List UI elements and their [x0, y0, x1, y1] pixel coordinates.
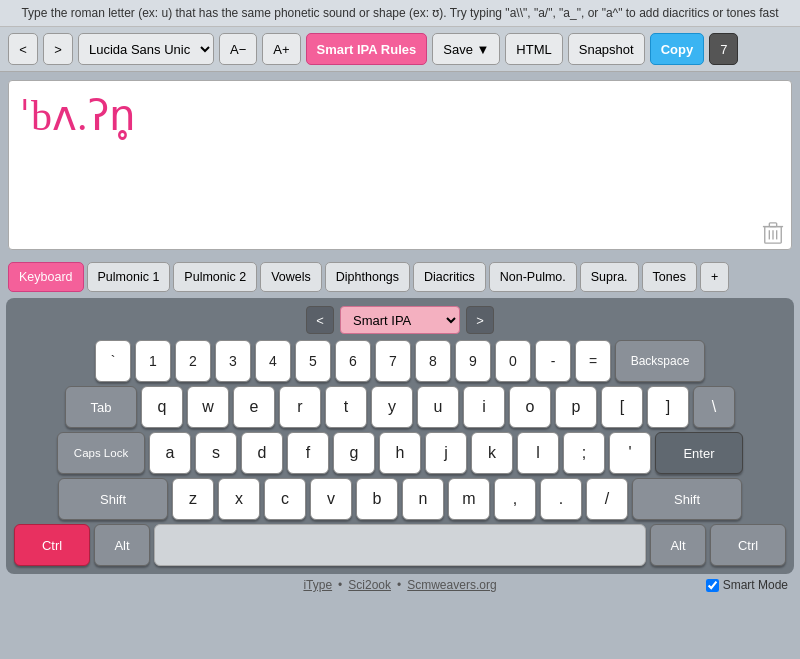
key-capslock[interactable]: Caps Lock [57, 432, 145, 474]
key-y[interactable]: y [371, 386, 413, 428]
key-9[interactable]: 9 [455, 340, 491, 382]
key-w[interactable]: w [187, 386, 229, 428]
key-1[interactable]: 1 [135, 340, 171, 382]
key-e[interactable]: e [233, 386, 275, 428]
key-alt-right[interactable]: Alt [650, 524, 706, 566]
key-r[interactable]: r [279, 386, 321, 428]
key-j[interactable]: j [425, 432, 467, 474]
key-b[interactable]: b [356, 478, 398, 520]
tab-supra[interactable]: Supra. [580, 262, 639, 292]
tab-keyboard[interactable]: Keyboard [8, 262, 84, 292]
kb-row-bottom: Ctrl Alt Alt Ctrl [14, 524, 786, 566]
tabs-row: Keyboard Pulmonic 1 Pulmonic 2 Vowels Di… [0, 262, 800, 298]
key-v[interactable]: v [310, 478, 352, 520]
key-f[interactable]: f [287, 432, 329, 474]
nav-left-button[interactable]: < [8, 33, 38, 65]
key-i[interactable]: i [463, 386, 505, 428]
key-backtick[interactable]: ` [95, 340, 131, 382]
sci2ook-link[interactable]: Sci2ook [348, 578, 391, 592]
kb-row-numbers: ` 1 2 3 4 5 6 7 8 9 0 - = Backspace [14, 340, 786, 382]
key-d[interactable]: d [241, 432, 283, 474]
key-slash[interactable]: / [586, 478, 628, 520]
key-lbracket[interactable]: [ [601, 386, 643, 428]
key-t[interactable]: t [325, 386, 367, 428]
footer-sep2: • [397, 578, 401, 592]
copy-button[interactable]: Copy [650, 33, 705, 65]
tab-tones[interactable]: Tones [642, 262, 697, 292]
smart-ipa-button[interactable]: Smart IPA Rules [306, 33, 428, 65]
svg-rect-2 [769, 223, 776, 227]
key-5[interactable]: 5 [295, 340, 331, 382]
kb-nav-left[interactable]: < [306, 306, 334, 334]
key-m[interactable]: m [448, 478, 490, 520]
key-l[interactable]: l [517, 432, 559, 474]
footer-links: iType • Sci2ook • Scmweavers.org [303, 578, 496, 592]
key-o[interactable]: o [509, 386, 551, 428]
key-k[interactable]: k [471, 432, 513, 474]
key-p[interactable]: p [555, 386, 597, 428]
key-8[interactable]: 8 [415, 340, 451, 382]
footer-bar: iType • Sci2ook • Scmweavers.org Smart M… [0, 574, 800, 596]
key-x[interactable]: x [218, 478, 260, 520]
key-h[interactable]: h [379, 432, 421, 474]
save-button[interactable]: Save ▼ [432, 33, 500, 65]
font-size-plus-button[interactable]: A+ [262, 33, 300, 65]
key-ctrl-right[interactable]: Ctrl [710, 524, 786, 566]
key-quote[interactable]: ' [609, 432, 651, 474]
toolbar: < > Lucida Sans Unic A− A+ Smart IPA Rul… [0, 27, 800, 72]
key-n[interactable]: n [402, 478, 444, 520]
key-period[interactable]: . [540, 478, 582, 520]
key-q[interactable]: q [141, 386, 183, 428]
key-6[interactable]: 6 [335, 340, 371, 382]
smart-mode-checkbox[interactable] [706, 579, 719, 592]
key-semicolon[interactable]: ; [563, 432, 605, 474]
key-enter[interactable]: Enter [655, 432, 743, 474]
key-a[interactable]: a [149, 432, 191, 474]
key-backslash[interactable]: \ [693, 386, 735, 428]
kb-row-qwerty: Tab q w e r t y u i o p [ ] \ [14, 386, 786, 428]
font-size-minus-button[interactable]: A− [219, 33, 257, 65]
tab-pulmonic2[interactable]: Pulmonic 2 [173, 262, 257, 292]
instruction-bar: Type the roman letter (ex: u) that has t… [0, 0, 800, 27]
key-2[interactable]: 2 [175, 340, 211, 382]
key-u[interactable]: u [417, 386, 459, 428]
key-alt-left[interactable]: Alt [94, 524, 150, 566]
main-textarea[interactable]: ˈbʌ.ʔn̥ [8, 80, 792, 250]
count-button: 7 [709, 33, 738, 65]
key-comma[interactable]: , [494, 478, 536, 520]
key-shift-right[interactable]: Shift [632, 478, 742, 520]
tab-plus[interactable]: + [700, 262, 729, 292]
keyboard-area: < Smart IPA > ` 1 2 3 4 5 6 7 8 9 0 - = … [6, 298, 794, 574]
key-4[interactable]: 4 [255, 340, 291, 382]
tab-vowels[interactable]: Vowels [260, 262, 322, 292]
tab-diacritics[interactable]: Diacritics [413, 262, 486, 292]
key-backspace[interactable]: Backspace [615, 340, 705, 382]
key-minus[interactable]: - [535, 340, 571, 382]
snapshot-button[interactable]: Snapshot [568, 33, 645, 65]
key-g[interactable]: g [333, 432, 375, 474]
tab-diphthongs[interactable]: Diphthongs [325, 262, 410, 292]
key-z[interactable]: z [172, 478, 214, 520]
key-ctrl-left[interactable]: Ctrl [14, 524, 90, 566]
key-3[interactable]: 3 [215, 340, 251, 382]
scmweavers-link[interactable]: Scmweavers.org [407, 578, 496, 592]
tab-pulmonic1[interactable]: Pulmonic 1 [87, 262, 171, 292]
key-tab[interactable]: Tab [65, 386, 137, 428]
itype-link[interactable]: iType [303, 578, 332, 592]
layout-select[interactable]: Smart IPA [340, 306, 460, 334]
key-space[interactable] [154, 524, 646, 566]
key-shift-left[interactable]: Shift [58, 478, 168, 520]
key-rbracket[interactable]: ] [647, 386, 689, 428]
kb-row-asdf: Caps Lock a s d f g h j k l ; ' Enter [14, 432, 786, 474]
tab-nonpulmo[interactable]: Non-Pulmo. [489, 262, 577, 292]
key-s[interactable]: s [195, 432, 237, 474]
key-7[interactable]: 7 [375, 340, 411, 382]
html-button[interactable]: HTML [505, 33, 562, 65]
trash-icon[interactable] [762, 220, 784, 246]
key-equals[interactable]: = [575, 340, 611, 382]
key-0[interactable]: 0 [495, 340, 531, 382]
key-c[interactable]: c [264, 478, 306, 520]
kb-nav-right[interactable]: > [466, 306, 494, 334]
nav-right-button[interactable]: > [43, 33, 73, 65]
font-select[interactable]: Lucida Sans Unic [78, 33, 214, 65]
